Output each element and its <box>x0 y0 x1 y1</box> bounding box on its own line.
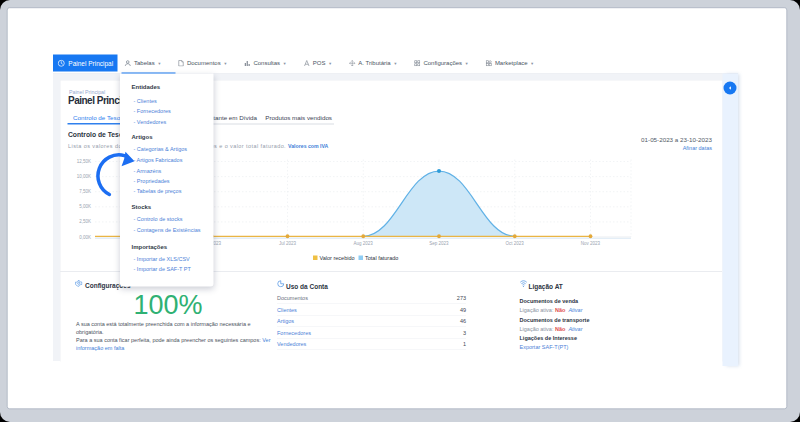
svg-text:Aug 2023: Aug 2023 <box>354 241 374 246</box>
svg-text:12,50K: 12,50K <box>77 159 91 164</box>
svg-text:Valor recebido: Valor recebido <box>320 255 355 261</box>
svg-text:0,00K: 0,00K <box>79 235 91 240</box>
svg-text:Jul 2023: Jul 2023 <box>279 241 297 246</box>
svg-text:7,50K: 7,50K <box>79 189 91 194</box>
svg-text:Oct 2023: Oct 2023 <box>506 241 525 246</box>
svg-text:10,00K: 10,00K <box>77 174 91 179</box>
svg-text:5,00K: 5,00K <box>79 204 91 209</box>
svg-text:Total faturado: Total faturado <box>365 255 398 261</box>
svg-text:Nov 2023: Nov 2023 <box>581 241 601 246</box>
svg-text:2,50K: 2,50K <box>79 219 91 224</box>
svg-text:Sep 2023: Sep 2023 <box>429 241 449 246</box>
